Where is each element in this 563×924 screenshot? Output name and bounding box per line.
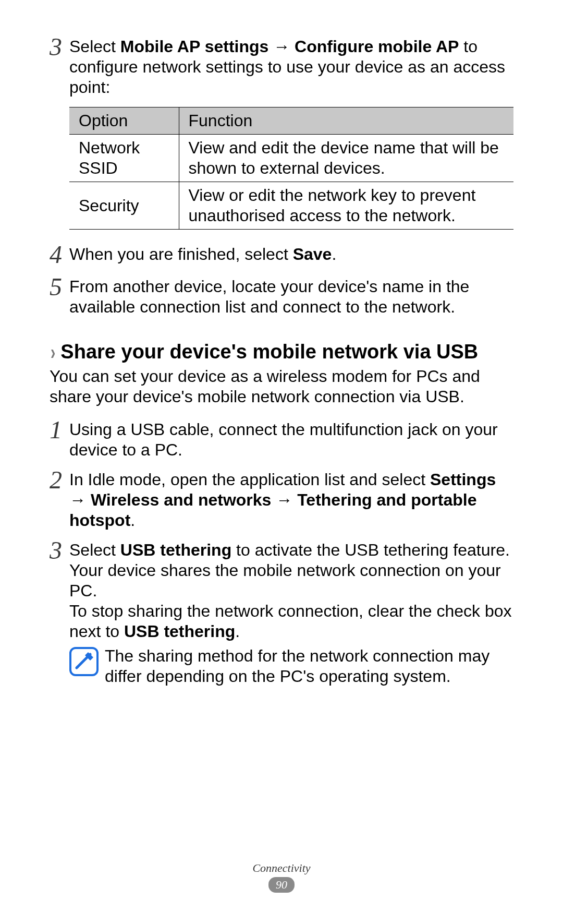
step-text: Select Mobile AP settings → Configure mo… — [69, 37, 513, 98]
step-number: 4 — [50, 242, 69, 267]
step-3: 3 Select Mobile AP settings → Configure … — [50, 37, 513, 98]
table-row: Security View or edit the network key to… — [69, 182, 513, 230]
table-cell-option: Network SSID — [69, 135, 179, 182]
footer-page-number: 90 — [268, 877, 295, 893]
table-row: Network SSID View and edit the device na… — [69, 135, 513, 182]
table-header-option: Option — [69, 107, 179, 135]
section-heading: › Share your device's mobile network via… — [50, 340, 513, 364]
manual-page: 3 Select Mobile AP settings → Configure … — [0, 0, 563, 924]
step-text: From another device, locate your device'… — [69, 277, 513, 317]
step-number: 5 — [50, 274, 69, 299]
note-icon — [69, 647, 99, 676]
section-usb-share: › Share your device's mobile network via… — [50, 340, 513, 687]
section-title-text: Share your device's mobile network via U… — [60, 340, 478, 364]
table-cell-function: View or edit the network key to prevent … — [179, 182, 513, 230]
page-footer: Connectivity 90 — [0, 861, 563, 893]
step-2: 2 In Idle mode, open the application lis… — [50, 470, 513, 531]
step-number: 3 — [50, 34, 69, 59]
options-table: Option Function Network SSID View and ed… — [69, 107, 513, 230]
section-intro: You can set your device as a wireless mo… — [50, 366, 513, 407]
step-1: 1 Using a USB cable, connect the multifu… — [50, 419, 513, 460]
step-number: 2 — [50, 467, 69, 493]
table-header-row: Option Function — [69, 107, 513, 135]
table-cell-option: Security — [69, 182, 179, 230]
step-number: 1 — [50, 417, 69, 442]
step-number: 3 — [50, 538, 69, 563]
footer-section-label: Connectivity — [0, 861, 563, 875]
note-block: The sharing method for the network conne… — [69, 646, 513, 687]
step-text: When you are finished, select Save. — [69, 244, 513, 265]
step-text: Select USB tethering to activate the USB… — [69, 540, 513, 642]
step-text: Using a USB cable, connect the multifunc… — [69, 419, 513, 460]
chevron-right-icon: › — [51, 341, 55, 364]
step-3b: 3 Select USB tethering to activate the U… — [50, 540, 513, 642]
table-header-function: Function — [179, 107, 513, 135]
step-text: In Idle mode, open the application list … — [69, 470, 513, 531]
note-text: The sharing method for the network conne… — [105, 646, 513, 687]
step-5: 5 From another device, locate your devic… — [50, 277, 513, 317]
table-cell-function: View and edit the device name that will … — [179, 135, 513, 182]
step-4: 4 When you are finished, select Save. — [50, 244, 513, 267]
